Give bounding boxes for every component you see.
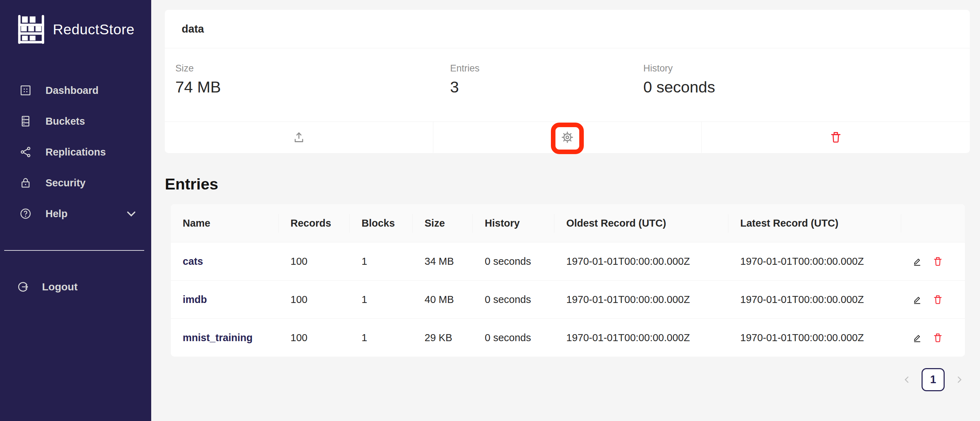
chevron-right-icon [955,375,964,384]
question-circle-icon [20,208,32,220]
entries-section-title: Entries [165,175,218,193]
next-page-button[interactable] [954,374,965,385]
entries-table-header: Name Records Blocks Size History Oldest … [171,204,965,242]
sidebar-item-label: Replications [46,147,106,158]
cell-latest: 1970-01-01T00:00:00.000Z [729,242,901,280]
sidebar-item-dashboard[interactable]: Dashboard [0,75,151,106]
settings-gear-icon [561,131,574,144]
sidebar-item-buckets[interactable]: Buckets [0,106,151,137]
sidebar-item-label: Buckets [46,116,85,127]
bucket-detail-card: data Size 74 MB Entries 3 History 0 seco… [165,10,970,153]
sidebar-item-label: Security [46,177,85,189]
delete-trash-icon[interactable] [932,294,943,305]
stat-value: 0 seconds [643,78,970,96]
cell-oldest: 1970-01-01T00:00:00.000Z [554,281,729,318]
edit-pencil-icon[interactable] [912,294,923,305]
shelf-rack-icon [16,14,46,45]
row-actions [912,256,943,267]
stat-label: Size [175,63,450,74]
cell-blocks: 1 [350,319,413,357]
stat-value: 74 MB [175,78,450,96]
settings-button[interactable] [433,122,702,153]
sidebar-divider [4,250,144,251]
entry-link[interactable]: imdb [183,294,207,305]
cell-records: 100 [278,281,350,318]
column-header-size: Size [413,204,473,242]
row-actions [912,294,943,305]
sidebar-item-replications[interactable]: Replications [0,137,151,167]
sidebar-item-label: Help [46,208,68,220]
column-header-blocks: Blocks [350,204,413,242]
lock-icon [20,177,32,189]
cell-history: 0 seconds [473,281,554,318]
stat-entries: Entries 3 [450,48,643,121]
sidebar: ReductStore Dashboard Buckets [0,0,151,421]
upload-icon [292,131,305,144]
logout-button[interactable]: Logout [0,271,151,302]
buckets-icon [20,115,32,127]
pagination: 1 [901,368,965,391]
cell-records: 100 [278,242,350,280]
stat-size: Size 74 MB [175,48,450,121]
sidebar-nav: Dashboard Buckets Replications [0,75,151,229]
replications-share-icon [20,146,32,158]
dashboard-icon [20,85,32,96]
chevron-left-icon [902,375,912,384]
app-logo[interactable]: ReductStore [0,0,151,45]
delete-trash-icon [829,131,842,144]
cell-records: 100 [278,319,350,357]
entries-table: Name Records Blocks Size History Oldest … [171,204,965,357]
cell-size: 40 MB [413,281,473,318]
column-header-history: History [473,204,554,242]
table-row: mnist_training 100 1 29 KB 0 seconds 197… [171,319,965,357]
edit-pencil-icon[interactable] [912,332,923,343]
cell-blocks: 1 [350,281,413,318]
entry-link[interactable]: cats [183,256,203,267]
cell-latest: 1970-01-01T00:00:00.000Z [729,281,901,318]
cell-oldest: 1970-01-01T00:00:00.000Z [554,319,729,357]
column-header-actions [901,204,965,242]
stat-value: 3 [450,78,643,96]
table-row: cats 100 1 34 MB 0 seconds 1970-01-01T00… [171,242,965,281]
logout-label: Logout [42,281,78,293]
previous-page-button[interactable] [901,374,912,385]
logout-icon [17,281,29,293]
delete-trash-icon[interactable] [932,332,943,343]
cell-oldest: 1970-01-01T00:00:00.000Z [554,242,729,280]
row-actions [912,332,943,343]
stat-label: Entries [450,63,643,74]
cell-size: 34 MB [413,242,473,280]
cell-size: 29 KB [413,319,473,357]
sidebar-item-security[interactable]: Security [0,167,151,198]
edit-pencil-icon[interactable] [912,256,923,267]
delete-trash-icon[interactable] [932,256,943,267]
cell-latest: 1970-01-01T00:00:00.000Z [729,319,901,357]
column-header-latest: Latest Record (UTC) [729,204,901,242]
bucket-title: data [165,10,970,48]
app-title: ReductStore [53,21,134,38]
bucket-stats: Size 74 MB Entries 3 History 0 seconds [165,48,970,121]
column-header-name: Name [171,204,278,242]
table-row: imdb 100 1 40 MB 0 seconds 1970-01-01T00… [171,281,965,319]
sidebar-item-label: Dashboard [46,85,99,96]
cell-history: 0 seconds [473,319,554,357]
page-number-button[interactable]: 1 [921,368,945,391]
bucket-actions-bar [165,121,970,153]
column-header-oldest: Oldest Record (UTC) [554,204,729,242]
sidebar-item-help[interactable]: Help [0,198,151,229]
upload-button[interactable] [165,122,433,153]
entry-link[interactable]: mnist_training [183,332,253,344]
cell-history: 0 seconds [473,242,554,280]
column-header-records: Records [278,204,350,242]
chevron-down-icon [125,208,137,220]
stat-label: History [643,63,970,74]
cell-blocks: 1 [350,242,413,280]
stat-history: History 0 seconds [643,48,970,121]
delete-bucket-button[interactable] [702,122,970,153]
